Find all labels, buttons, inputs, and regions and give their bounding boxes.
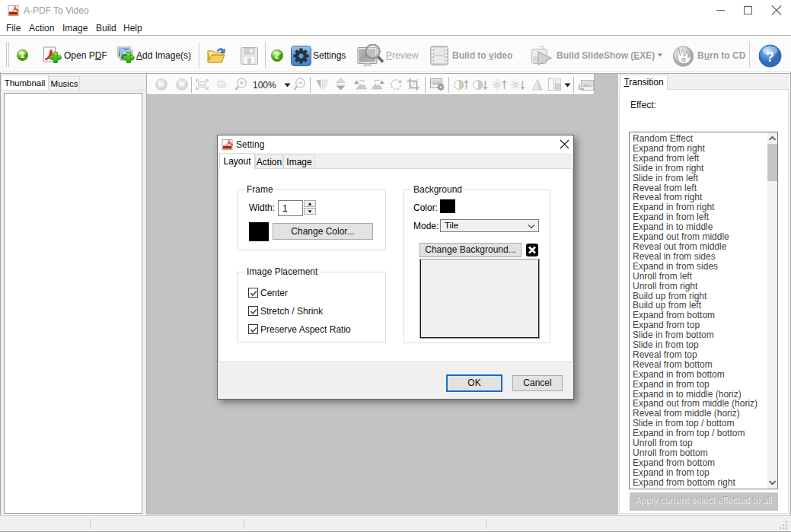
svg-text:2: 2 bbox=[275, 51, 279, 60]
svg-text:?: ? bbox=[766, 49, 774, 65]
svg-text:1: 1 bbox=[21, 51, 25, 59]
